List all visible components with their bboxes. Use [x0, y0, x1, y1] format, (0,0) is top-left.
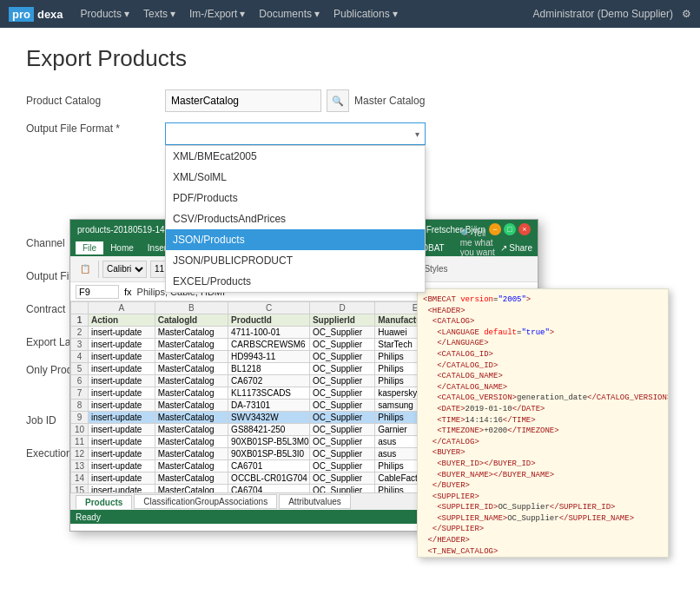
main-content: Export Products Product Catalog 🔍 Master… [0, 28, 700, 608]
xml-content: <BMECAT version="2005"> <HEADER> <CATALO… [423, 294, 663, 558]
output-file-format-row: Output File Format * ▾ XML/BMEcat2005 XM… [26, 122, 674, 145]
product-catalog-control: 🔍 Master Catalog [165, 89, 425, 112]
nav-products[interactable]: Products ▾ [81, 8, 129, 20]
excel-share-button[interactable]: ↗ Share [500, 243, 532, 253]
formula-icon: fx [124, 287, 132, 297]
catalog-display-label: Master Catalog [354, 95, 425, 107]
format-option-3[interactable]: CSV/ProductsAndPrices [166, 208, 425, 229]
output-file-format-label: Output File Format * [26, 122, 156, 135]
output-file-format-list: XML/BMEcat2005 XML/SolML PDF/Products CS… [165, 145, 426, 293]
row-header-col [71, 302, 89, 314]
format-option-1[interactable]: XML/SolML [166, 167, 425, 188]
excel-tab-products[interactable]: Products [76, 495, 132, 509]
top-navigation: prodexa Products ▾ Texts ▾ Im-/Export ▾ … [0, 0, 700, 28]
excel-close-button[interactable]: × [518, 223, 531, 235]
nav-documents[interactable]: Documents ▾ [259, 8, 320, 20]
col-d-header[interactable]: D [309, 302, 374, 314]
product-catalog-label: Product Catalog [26, 95, 156, 107]
product-catalog-row: Product Catalog 🔍 Master Catalog [26, 89, 674, 112]
product-catalog-search-button[interactable]: 🔍 [327, 89, 349, 112]
output-file-format-control: ▾ XML/BMEcat2005 XML/SolML PDF/Products … [165, 122, 426, 145]
output-file-format-dropdown[interactable]: ▾ [165, 122, 426, 145]
toolbar-divider [98, 261, 99, 278]
excel-tab-attributvalues[interactable]: Attributvalues [279, 494, 351, 509]
xml-overlay: <BMECAT version="2005"> <HEADER> <CATALO… [417, 288, 669, 558]
cell-reference-input[interactable] [76, 285, 119, 299]
nav-texts[interactable]: Texts ▾ [143, 8, 175, 20]
logo: prodexa [9, 7, 63, 22]
col-b-header[interactable]: B [155, 302, 228, 314]
format-option-0[interactable]: XML/BMEcat2005 [166, 146, 425, 167]
col-a-header[interactable]: A [89, 302, 155, 314]
nav-menu: Products ▾ Texts ▾ Im-/Export ▾ Document… [81, 8, 398, 20]
excel-paste-btn[interactable]: 📋 [76, 261, 95, 276]
nav-import-export[interactable]: Im-/Export ▾ [189, 8, 245, 20]
product-catalog-input[interactable] [165, 89, 321, 112]
nav-publications[interactable]: Publications ▾ [333, 8, 398, 20]
format-option-5[interactable]: JSON/PUBLICPRODUCT [166, 250, 425, 271]
current-user: Administrator (Demo Supplier) [533, 8, 673, 20]
excel-menu-home[interactable]: Home [103, 241, 141, 254]
col-c-header[interactable]: C [228, 302, 310, 314]
excel-menu-file[interactable]: File [76, 241, 103, 254]
excel-tab-classification[interactable]: ClassificationGroupAssociations [134, 494, 277, 509]
settings-icon[interactable]: ⚙ [682, 8, 691, 20]
format-option-2[interactable]: PDF/Products [166, 188, 425, 208]
excel-maximize-button[interactable]: □ [504, 223, 516, 235]
nav-right-area: Administrator (Demo Supplier) ⚙ [533, 8, 691, 20]
dropdown-arrow-icon: ▾ [415, 129, 419, 139]
font-family-select[interactable]: Calibri [102, 261, 147, 278]
format-option-6[interactable]: EXCEL/Products [166, 271, 425, 292]
page-title: Export Products [26, 45, 674, 72]
format-option-4[interactable]: JSON/Products [166, 229, 425, 250]
excel-status-ready: Ready [76, 512, 101, 522]
